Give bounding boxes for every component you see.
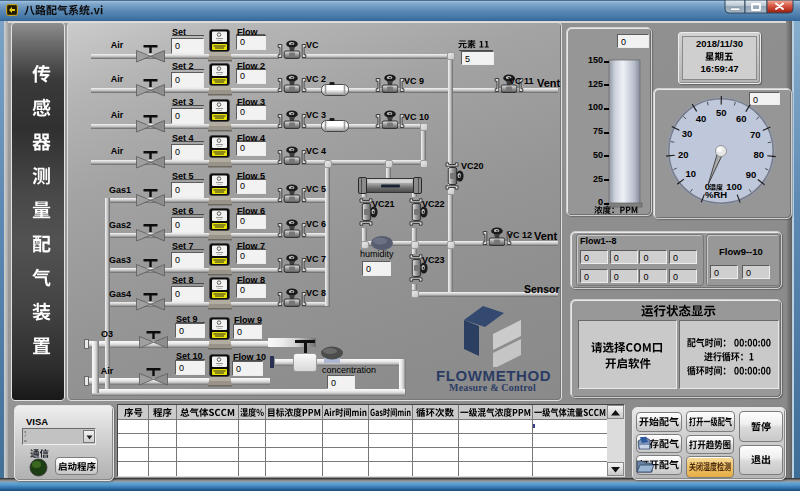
svg-text:30: 30 (681, 128, 692, 139)
svg-text:50: 50 (715, 107, 726, 118)
svg-text:40: 40 (695, 112, 706, 123)
svg-text:80: 80 (753, 149, 764, 160)
svg-text:70: 70 (749, 128, 760, 139)
svg-text:60: 60 (735, 113, 746, 124)
svg-text:10: 10 (685, 168, 696, 179)
svg-text:20: 20 (677, 148, 688, 159)
svg-text:100: 100 (726, 180, 742, 191)
svg-text:90: 90 (745, 168, 756, 179)
